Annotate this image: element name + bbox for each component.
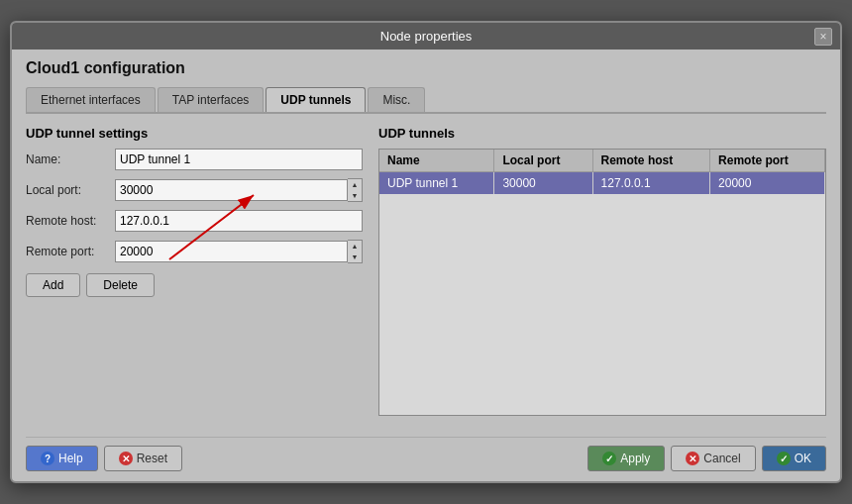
reset-label: Reset — [137, 452, 167, 465]
tab-ethernet[interactable]: Ethernet interfaces — [26, 87, 156, 112]
table-container: Name Local port Remote host Remote port … — [378, 149, 826, 416]
local-port-label: Local port: — [26, 183, 115, 197]
col-local-port: Local port — [494, 150, 592, 172]
tab-bar: Ethernet interfaces TAP interfaces UDP t… — [26, 87, 826, 114]
remote-port-label: Remote port: — [26, 245, 115, 258]
cell-remote_port: 20000 — [710, 172, 825, 195]
cancel-icon: ✕ — [686, 452, 699, 465]
dialog: Node properties × Cloud1 configuration E… — [10, 21, 842, 483]
local-port-spinner: ▲ ▼ — [115, 178, 363, 202]
remote-port-input[interactable] — [115, 241, 348, 262]
ok-button[interactable]: ✓ OK — [762, 446, 826, 471]
close-button[interactable]: × — [814, 28, 832, 46]
reset-icon: ✕ — [119, 452, 133, 465]
remote-host-input[interactable] — [115, 210, 363, 232]
footer: ? Help ✕ Reset ✓ Apply ✕ Cancel ✓ — [26, 437, 826, 471]
titlebar: Node properties × — [12, 23, 840, 50]
table-header-row: Name Local port Remote host Remote port — [379, 150, 825, 172]
tunnels-table: Name Local port Remote host Remote port … — [379, 150, 825, 194]
dialog-title: Node properties — [380, 29, 473, 44]
col-remote-host: Remote host — [592, 150, 710, 172]
footer-right: ✓ Apply ✕ Cancel ✓ OK — [587, 446, 826, 471]
tab-udp[interactable]: UDP tunnels — [266, 87, 366, 112]
remote-host-row: Remote host: — [26, 210, 363, 232]
add-button[interactable]: Add — [26, 273, 80, 297]
help-label: Help — [58, 452, 83, 465]
name-row: Name: — [26, 149, 363, 170]
cell-local_port: 30000 — [494, 172, 592, 195]
content-area: UDP tunnel settings Name: Local port: ▲ … — [26, 126, 826, 423]
remote-host-label: Remote host: — [26, 214, 115, 228]
left-panel: UDP tunnel settings Name: Local port: ▲ … — [26, 126, 363, 423]
remote-port-down[interactable]: ▼ — [348, 252, 362, 262]
local-port-input[interactable] — [115, 179, 348, 201]
local-port-spinner-btns: ▲ ▼ — [348, 178, 363, 202]
cell-remote_host: 127.0.0.1 — [592, 172, 710, 195]
left-section-title: UDP tunnel settings — [26, 126, 363, 141]
remote-port-row: Remote port: ▲ ▼ — [26, 240, 363, 263]
remote-port-spinner: ▲ ▼ — [115, 240, 363, 263]
cancel-label: Cancel — [703, 452, 740, 465]
apply-icon: ✓ — [602, 452, 616, 465]
local-port-down[interactable]: ▼ — [348, 190, 362, 201]
ok-label: OK — [795, 452, 811, 465]
right-section-title: UDP tunnels — [378, 126, 826, 141]
local-port-up[interactable]: ▲ — [348, 179, 362, 190]
remote-port-spinner-btns: ▲ ▼ — [348, 240, 363, 263]
footer-left: ? Help ✕ Reset — [26, 446, 182, 471]
apply-label: Apply — [620, 452, 650, 465]
tab-misc[interactable]: Misc. — [368, 87, 425, 112]
reset-button[interactable]: ✕ Reset — [104, 446, 182, 471]
col-name: Name — [379, 150, 494, 172]
apply-button[interactable]: ✓ Apply — [587, 446, 665, 471]
help-button[interactable]: ? Help — [26, 446, 98, 471]
dialog-body: Cloud1 configuration Ethernet interfaces… — [12, 50, 840, 481]
name-input[interactable] — [115, 149, 363, 170]
col-remote-port: Remote port — [710, 150, 825, 172]
right-panel: UDP tunnels Name Local port Remote host … — [378, 126, 826, 423]
delete-button[interactable]: Delete — [86, 273, 155, 297]
cell-name: UDP tunnel 1 — [379, 172, 494, 195]
ok-icon: ✓ — [777, 452, 791, 465]
local-port-row: Local port: ▲ ▼ — [26, 178, 363, 202]
table-row[interactable]: UDP tunnel 130000127.0.0.120000 — [379, 172, 825, 195]
name-label: Name: — [26, 152, 115, 166]
action-buttons: Add Delete — [26, 273, 363, 297]
cancel-button[interactable]: ✕ Cancel — [671, 446, 755, 471]
remote-port-up[interactable]: ▲ — [348, 241, 362, 252]
tab-tap[interactable]: TAP interfaces — [158, 87, 265, 112]
help-icon: ? — [41, 452, 54, 465]
config-title: Cloud1 configuration — [26, 59, 826, 77]
